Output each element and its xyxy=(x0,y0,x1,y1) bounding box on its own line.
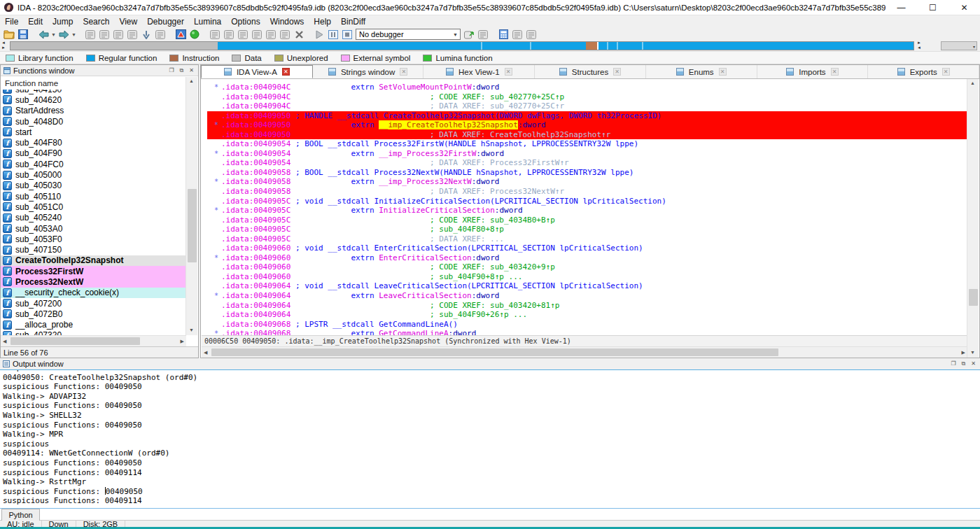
output-line[interactable]: 00409114: WNetGetConnectionW (ord#0) xyxy=(3,449,980,458)
patch-program-icon[interactable] xyxy=(278,29,292,41)
process-options-icon[interactable] xyxy=(476,29,490,41)
navigate-forward-icon[interactable] xyxy=(57,29,71,41)
functions-close-icon[interactable]: ✕ xyxy=(189,67,194,74)
tracing-icon[interactable] xyxy=(524,29,538,41)
output-line[interactable]: suspicious Functions: 00409050 xyxy=(3,487,980,497)
navband-right-arrows-icon[interactable]: ►◄ xyxy=(917,41,924,51)
function-row[interactable]: fsub_4072B0 xyxy=(1,309,186,319)
disassembly-line[interactable]: .idata:00409054 ; BOOL __stdcall Process… xyxy=(214,139,967,149)
disassembly-line[interactable]: .idata:00409058 ; BOOL __stdcall Process… xyxy=(214,168,967,178)
scroll-up-icon[interactable]: ▲ xyxy=(189,78,194,83)
debugger-select[interactable]: No debugger▼ xyxy=(356,29,461,40)
disassembly-line[interactable]: *.idata:00409064 extrn LeaveCriticalSect… xyxy=(214,291,967,301)
disassembly-line[interactable]: .idata:00409060 ; void __stdcall EnterCr… xyxy=(214,244,967,253)
function-row[interactable]: fsub_405030 xyxy=(1,181,186,191)
function-row[interactable]: fProcess32NextW xyxy=(1,276,186,287)
navband-left-arrows-icon[interactable]: ◄► xyxy=(1,41,8,51)
scroll-left-icon[interactable]: ◀ xyxy=(204,350,207,355)
output-line[interactable]: suspicious Functions: 00409050 xyxy=(3,382,980,392)
combo-arrow-icon[interactable]: ▼ xyxy=(453,32,460,37)
tab-strings-window[interactable]: Strings window✕ xyxy=(313,65,424,78)
python-cli-input[interactable] xyxy=(41,509,979,520)
scroll-right-icon[interactable]: ▶ xyxy=(962,350,965,355)
tab-close-icon[interactable]: ✕ xyxy=(831,68,839,76)
function-row[interactable]: fsub_405110 xyxy=(1,191,186,202)
tab-close-icon[interactable]: ✕ xyxy=(505,68,512,76)
disassembly-line[interactable]: .idata:00409064 ; void __stdcall LeaveCr… xyxy=(214,281,967,291)
disassembly-horizontal-scrollbar[interactable]: ◀ ▶ xyxy=(202,346,967,358)
function-row[interactable]: fsub_4051C0 xyxy=(1,202,186,212)
jump-address-icon[interactable] xyxy=(111,29,125,41)
functions-restore-icon[interactable]: ❐ xyxy=(169,67,174,74)
output-log[interactable]: suspicious Functions: 0040911400409050: … xyxy=(0,370,980,509)
disassembly-line[interactable]: *.idata:0040904C extrn SetVolumeMountPoi… xyxy=(214,83,967,92)
tab-close-icon[interactable]: ✕ xyxy=(282,68,290,76)
jump-name-icon[interactable] xyxy=(83,29,97,41)
scroll-down-icon[interactable]: ▼ xyxy=(970,350,975,355)
menu-bindiff[interactable]: BinDiff xyxy=(336,16,370,27)
python-cli-tab[interactable]: Python xyxy=(1,509,40,521)
tab-structures[interactable]: Structures✕ xyxy=(535,65,646,78)
scroll-up-icon[interactable]: ▲ xyxy=(970,80,975,85)
output-restore-icon[interactable]: ❐ xyxy=(951,360,955,367)
function-row[interactable]: fsub_404F80 xyxy=(1,137,186,148)
functions-column-header[interactable]: Function name xyxy=(1,77,186,90)
disassembly-line[interactable]: *.idata:0040905C extrn InitializeCritica… xyxy=(214,206,967,216)
output-line[interactable]: suspicious Functions: 00409114 xyxy=(3,496,980,506)
jump-xref-icon[interactable] xyxy=(153,29,167,41)
maximize-button[interactable]: ☐ xyxy=(917,0,948,15)
menu-help[interactable]: Help xyxy=(309,16,336,27)
output-line[interactable]: Walking-> ADVAPI32 xyxy=(3,392,980,402)
tab-exports[interactable]: Exports✕ xyxy=(868,65,979,78)
disassembly-line[interactable]: *.idata:00409058 extrn __imp_Process32Ne… xyxy=(214,177,967,187)
tab-close-icon[interactable]: ✕ xyxy=(613,68,621,76)
disassembly-line[interactable]: .idata:0040904C ; DATA XREF: sub_402770+… xyxy=(214,101,967,111)
disassembly-line[interactable]: *.idata:00409068 extrn GetCommandLineA:d… xyxy=(214,329,967,335)
function-row[interactable]: fsub_4053F0 xyxy=(1,234,186,244)
menu-edit[interactable]: Edit xyxy=(23,16,48,27)
calculator-icon[interactable] xyxy=(496,29,510,41)
disassembly-view[interactable]: *.idata:0040904C extrn SetVolumeMountPoi… xyxy=(202,79,967,335)
functions-float-icon[interactable]: ⧉ xyxy=(180,67,184,74)
scroll-left-icon[interactable]: ◀ xyxy=(3,339,6,344)
attach-process-icon[interactable] xyxy=(462,29,476,41)
function-row[interactable]: fsub_404F90 xyxy=(1,148,186,159)
disassembly-line[interactable]: *.idata:00409054 extrn __imp_Process32Fi… xyxy=(214,149,967,159)
output-line[interactable]: Walking-> SHELL32 xyxy=(3,411,980,421)
menu-jump[interactable]: Jump xyxy=(48,16,78,27)
output-line[interactable]: Walking-> MPR xyxy=(3,430,980,439)
cancel-action-icon[interactable] xyxy=(292,29,306,41)
function-row[interactable]: f__security_check_cookie(x) xyxy=(1,288,186,298)
disassembly-line[interactable]: .idata:0040905C ; void __stdcall Initial… xyxy=(214,197,967,206)
functions-vscroll-thumb[interactable] xyxy=(188,189,197,262)
output-close-icon[interactable]: ✕ xyxy=(971,360,976,367)
disassembly-hscroll-thumb[interactable] xyxy=(211,348,778,356)
functions-hscroll-thumb[interactable] xyxy=(10,337,140,345)
disassembly-line[interactable]: .idata:0040905C ; CODE XREF: sub_4034B0+… xyxy=(214,216,967,225)
tab-hex-view-1[interactable]: Hex View-1✕ xyxy=(424,65,535,78)
tab-close-icon[interactable]: ✕ xyxy=(719,68,727,76)
function-row[interactable]: fsub_404FC0 xyxy=(1,159,186,169)
disassembly-line[interactable]: .idata:0040904C ; CODE XREF: sub_402770+… xyxy=(214,92,967,102)
disassembly-vscroll-thumb[interactable] xyxy=(969,289,978,306)
disassembly-line[interactable]: .idata:00409064 ; sub_404F90+26↑p ... xyxy=(214,310,967,320)
menu-search[interactable]: Search xyxy=(78,16,114,27)
functions-vertical-scrollbar[interactable]: ▲ ▼ xyxy=(186,77,197,335)
function-row[interactable]: fsub_407150 xyxy=(1,244,186,255)
function-row[interactable]: f__alloca_probe xyxy=(1,320,186,330)
breakpoints-icon[interactable] xyxy=(510,29,524,41)
function-row[interactable]: fsub_4053A0 xyxy=(1,223,186,234)
jump-down-icon[interactable] xyxy=(139,29,153,41)
disassembly-line[interactable]: *.idata:00409060 extrn EnterCriticalSect… xyxy=(214,253,967,263)
disassembly-line[interactable]: .idata:00409064 ; CODE XREF: sub_403420+… xyxy=(214,301,967,311)
debug-stop-icon[interactable] xyxy=(340,29,354,41)
disassembly-line[interactable]: .idata:00409050 ; DATA XREF: CreateToolh… xyxy=(207,130,967,140)
functions-horizontal-scrollbar[interactable]: ◀ ▶ xyxy=(1,335,186,346)
debug-start-icon[interactable] xyxy=(312,29,326,41)
analysis-indicator-icon[interactable] xyxy=(188,29,202,41)
menu-lumina[interactable]: Lumina xyxy=(189,16,226,27)
function-row[interactable]: fProcess32FirstW xyxy=(1,266,186,276)
dropdown-arrow-icon[interactable]: ▼ xyxy=(50,29,57,41)
tab-close-icon[interactable]: ✕ xyxy=(400,68,407,76)
debug-pause-icon[interactable] xyxy=(326,29,340,41)
